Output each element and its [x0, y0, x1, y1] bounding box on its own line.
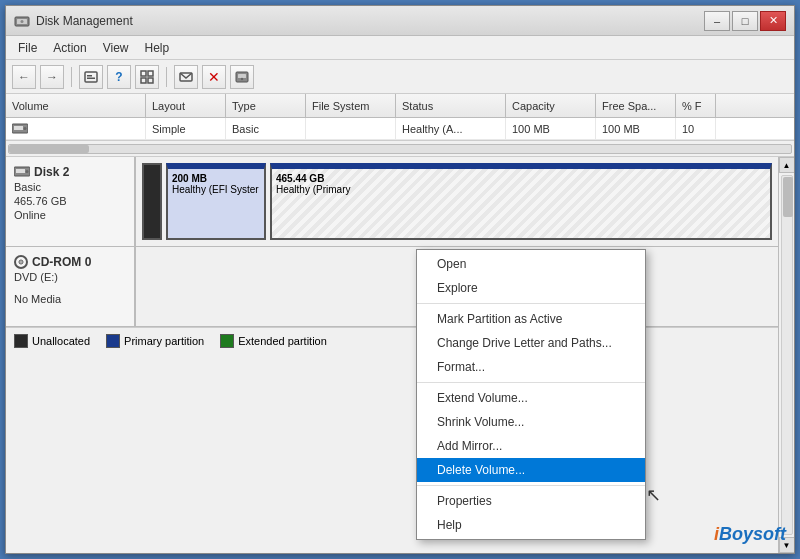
partition-efi[interactable]: 200 MB Healthy (EFI Syster [166, 163, 266, 240]
svg-point-13 [241, 77, 243, 79]
ctx-format[interactable]: Format... [417, 355, 645, 379]
minimize-button[interactable]: – [704, 11, 730, 31]
v-scroll-up[interactable]: ▲ [779, 157, 795, 173]
menu-file[interactable]: File [10, 39, 45, 57]
ctx-sep-2 [417, 382, 645, 383]
forward-button[interactable]: → [40, 65, 64, 89]
app-icon [14, 13, 30, 29]
table-row[interactable]: Simple Basic Healthy (A... 100 MB 100 MB… [6, 118, 794, 140]
partition-primary[interactable]: 465.44 GB Healthy (Primary [270, 163, 772, 240]
h-scroll-thumb[interactable] [9, 145, 89, 153]
cell-type: Basic [226, 118, 306, 139]
v-scroll-thumb[interactable] [783, 177, 793, 217]
disk-row-2: Disk 2 Basic 465.76 GB Online 200 MB Hea… [6, 157, 778, 247]
ctx-help[interactable]: Help [417, 513, 645, 537]
title-bar: Disk Management – □ ✕ [6, 6, 794, 36]
legend-label-extended: Extended partition [238, 335, 327, 347]
disk-type-2: Basic [14, 181, 126, 193]
disk-status-2: Online [14, 209, 126, 221]
close-button[interactable]: ✕ [760, 11, 786, 31]
legend-primary: Primary partition [106, 334, 204, 348]
svg-point-22 [20, 261, 22, 263]
disk-button[interactable] [230, 65, 254, 89]
disk-panels-inner: Disk 2 Basic 465.76 GB Online 200 MB Hea… [6, 157, 778, 553]
col-header-pct[interactable]: % F [676, 94, 716, 117]
title-bar-left: Disk Management [14, 13, 133, 29]
cell-layout: Simple [146, 118, 226, 139]
view-button[interactable] [135, 65, 159, 89]
delete-button[interactable]: ✕ [202, 65, 226, 89]
col-header-layout[interactable]: Layout [146, 94, 226, 117]
v-scroll-track[interactable] [781, 175, 793, 535]
horizontal-scrollbar[interactable] [6, 140, 794, 156]
disk2-icon [14, 166, 30, 178]
legend-box-primary [106, 334, 120, 348]
volume-table: Volume Layout Type File System Status Ca… [6, 94, 794, 157]
svg-rect-7 [148, 71, 153, 76]
table-header: Volume Layout Type File System Status Ca… [6, 94, 794, 118]
disk-name-cdrom: CD-ROM 0 [14, 255, 126, 269]
disk-name-2: Disk 2 [14, 165, 126, 179]
ctx-add-mirror[interactable]: Add Mirror... [417, 434, 645, 458]
partition-efi-size: 200 MB [172, 173, 260, 184]
ctx-extend[interactable]: Extend Volume... [417, 386, 645, 410]
back-button[interactable]: ← [12, 65, 36, 89]
col-header-status[interactable]: Status [396, 94, 506, 117]
properties-icon [84, 70, 98, 84]
cell-status: Healthy (A... [396, 118, 506, 139]
title-bar-controls: – □ ✕ [704, 11, 786, 31]
cdrom-status: No Media [14, 293, 126, 305]
svg-point-2 [21, 20, 24, 23]
disk-mgmt-icon [235, 70, 249, 84]
ctx-shrink[interactable]: Shrink Volume... [417, 410, 645, 434]
ctx-change-drive-letter[interactable]: Change Drive Letter and Paths... [417, 331, 645, 355]
col-header-type[interactable]: Type [226, 94, 306, 117]
help-button[interactable]: ? [107, 65, 131, 89]
h-scroll-track[interactable] [8, 144, 792, 154]
svg-point-16 [24, 127, 27, 130]
col-header-capacity[interactable]: Capacity [506, 94, 596, 117]
ctx-sep-3 [417, 485, 645, 486]
svg-rect-18 [16, 169, 25, 173]
toolbar-separator-1 [71, 67, 72, 87]
ctx-explore[interactable]: Explore [417, 276, 645, 300]
mail-icon [179, 70, 193, 84]
menu-help[interactable]: Help [137, 39, 178, 57]
mail-button[interactable] [174, 65, 198, 89]
svg-rect-3 [85, 72, 97, 82]
disk-size-2: 465.76 GB [14, 195, 126, 207]
menu-view[interactable]: View [95, 39, 137, 57]
properties-button[interactable] [79, 65, 103, 89]
partition-unalloc[interactable] [142, 163, 162, 240]
maximize-button[interactable]: □ [732, 11, 758, 31]
cell-volume [6, 118, 146, 139]
col-header-fs[interactable]: File System [306, 94, 396, 117]
ctx-properties[interactable]: Properties [417, 489, 645, 513]
view-icon [140, 70, 154, 84]
menu-action[interactable]: Action [45, 39, 94, 57]
svg-rect-12 [238, 74, 246, 78]
v-scroll-down[interactable]: ▼ [779, 537, 795, 553]
svg-rect-8 [141, 78, 146, 83]
disk-row-cdrom: CD-ROM 0 DVD (E:) No Media [6, 247, 778, 327]
menu-bar: File Action View Help [6, 36, 794, 60]
cdrom-type: DVD (E:) [14, 271, 126, 283]
help-icon: ? [115, 70, 122, 84]
ctx-sep-1 [417, 303, 645, 304]
ctx-mark-active[interactable]: Mark Partition as Active [417, 307, 645, 331]
volume-drive-icon [12, 123, 28, 135]
toolbar-separator-2 [166, 67, 167, 87]
partition-primary-size: 465.44 GB [276, 173, 766, 184]
svg-rect-4 [87, 75, 92, 77]
legend: Unallocated Primary partition Extended p… [6, 327, 778, 353]
cell-pct: 10 [676, 118, 716, 139]
disk-partitions-2: 200 MB Healthy (EFI Syster 465.44 GB Hea… [136, 157, 778, 246]
col-header-volume[interactable]: Volume [6, 94, 146, 117]
ctx-open[interactable]: Open [417, 252, 645, 276]
delete-icon: ✕ [208, 69, 220, 85]
cell-fs [306, 118, 396, 139]
vertical-scrollbar[interactable]: ▲ ▼ [778, 157, 794, 553]
svg-rect-15 [14, 126, 23, 130]
ctx-delete-volume[interactable]: Delete Volume... [417, 458, 645, 482]
col-header-free[interactable]: Free Spa... [596, 94, 676, 117]
